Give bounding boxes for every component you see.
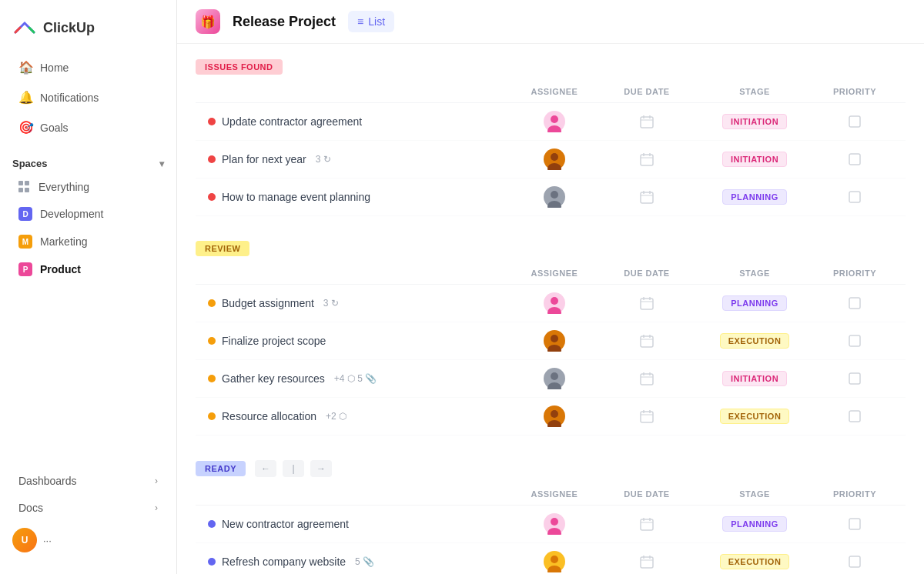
col-priority: PRIORITY	[816, 489, 893, 499]
priority-cell	[816, 296, 893, 310]
review-badge[interactable]: REVIEW	[196, 241, 249, 256]
table-row: Finalize project scope EXECUTION	[196, 322, 906, 360]
svg-rect-27	[641, 299, 653, 309]
section-ctrl-2[interactable]: |	[283, 460, 304, 477]
logo[interactable]: ClickUp	[0, 9, 176, 52]
sidebar-item-goals[interactable]: 🎯 Goals	[6, 113, 170, 142]
chevron-right-icon: ›	[155, 502, 158, 513]
task-label: Update contractor agreement	[222, 115, 362, 128]
collapse-btn[interactable]: ←	[255, 460, 276, 477]
col-assignee: ASSIGNEE	[508, 269, 601, 278]
task-name: Finalize project scope	[208, 335, 508, 347]
goals-icon: 🎯	[18, 120, 32, 135]
docs-label: Docs	[18, 502, 43, 514]
due-date-cell[interactable]	[601, 372, 693, 385]
table-row: Budget assignment 3 ↻ PLANNING	[196, 285, 906, 322]
priority-icon	[848, 517, 862, 531]
task-dot-yellow	[208, 337, 216, 345]
due-date-cell[interactable]	[601, 115, 693, 128]
calendar-icon	[640, 334, 654, 348]
col-priority: PRIORITY	[816, 87, 893, 96]
stage-cell: EXECUTION	[693, 554, 816, 569]
task-name: Refresh company website 5 📎	[208, 556, 508, 568]
priority-icon	[848, 115, 862, 128]
col-duedate: DUE DATE	[601, 87, 693, 96]
due-date-cell[interactable]	[601, 190, 693, 204]
priority-cell	[816, 152, 893, 166]
sidebar-footer: Dashboards › Docs › U ···	[0, 461, 176, 565]
svg-point-65	[551, 556, 558, 563]
due-date-cell[interactable]	[601, 334, 693, 348]
calendar-icon	[640, 296, 654, 310]
table-row: New contractor agreement PLANNING	[196, 506, 906, 543]
sidebar-item-development[interactable]: D Development	[6, 201, 170, 227]
svg-rect-59	[641, 519, 653, 530]
assignee-cell	[508, 330, 601, 352]
svg-point-49	[551, 410, 558, 418]
assignee-cell	[508, 513, 601, 535]
section-ready: READY ← | → ASSIGNEE DUE DATE STAGE PRIO…	[196, 460, 906, 574]
issues-badge[interactable]: ISSUES FOUND	[196, 59, 283, 75]
sidebar-item-dashboards[interactable]: Dashboards ›	[6, 468, 170, 494]
col-duedate: DUE DATE	[601, 489, 693, 499]
avatar	[544, 292, 565, 314]
assignee-cell	[508, 368, 601, 389]
table-header-review: ASSIGNEE DUE DATE STAGE PRIORITY	[196, 262, 906, 285]
avatar	[544, 368, 565, 389]
task-dot-yellow	[208, 412, 216, 420]
col-stage: STAGE	[693, 489, 816, 499]
list-view-tab[interactable]: ≡ List	[348, 11, 394, 32]
svg-rect-23	[849, 192, 860, 202]
stage-cell: INITIATION	[693, 114, 816, 129]
main-content: 🎁 Release Project ≡ List ISSUES FOUND AS…	[177, 0, 924, 574]
stage-cell: EXECUTION	[693, 409, 816, 424]
sidebar-item-everything[interactable]: Everything	[6, 175, 170, 199]
chevron-down-icon[interactable]: ▾	[159, 159, 164, 169]
due-date-cell[interactable]	[601, 296, 693, 310]
task-name: Update contractor agreement	[208, 115, 508, 128]
stage-badge: EXECUTION	[720, 409, 790, 424]
task-extras: +4 ⬡ 5 📎	[334, 373, 377, 384]
assignee-cell	[508, 551, 601, 572]
svg-rect-39	[849, 335, 860, 346]
sidebar-item-notifications[interactable]: 🔔 Notifications	[6, 83, 170, 112]
stage-cell: PLANNING	[693, 295, 816, 311]
task-dot-red	[208, 118, 216, 125]
sidebar-item-home[interactable]: 🏠 Home	[6, 53, 170, 82]
top-bar: 🎁 Release Project ≡ List	[177, 0, 924, 44]
sidebar-item-product[interactable]: P Product	[6, 256, 170, 282]
stage-badge: PLANNING	[722, 189, 786, 205]
user-section[interactable]: U ···	[0, 522, 176, 559]
col-stage: STAGE	[693, 269, 816, 278]
clickup-logo-icon	[12, 15, 37, 40]
stage-badge: PLANNING	[722, 516, 786, 532]
assignee-cell	[508, 186, 601, 208]
table-row: Plan for next year 3 ↻ INITIATION	[196, 141, 906, 179]
sidebar-item-docs[interactable]: Docs ›	[6, 495, 170, 521]
due-date-cell[interactable]	[601, 409, 693, 423]
task-label: Refresh company website	[222, 556, 346, 568]
spaces-label: Spaces	[12, 158, 48, 169]
due-date-cell[interactable]	[601, 517, 693, 531]
priority-icon	[848, 152, 862, 166]
sidebar: ClickUp 🏠 Home 🔔 Notifications 🎯 Goals S…	[0, 0, 177, 574]
svg-rect-43	[641, 374, 653, 385]
ready-badge[interactable]: READY	[196, 461, 246, 476]
avatar	[544, 186, 565, 208]
stage-badge: INITIATION	[722, 114, 787, 129]
calendar-icon	[640, 190, 654, 204]
due-date-cell[interactable]	[601, 152, 693, 166]
section-ctrl-3[interactable]: →	[310, 460, 332, 477]
stage-cell: EXECUTION	[693, 333, 816, 349]
due-date-cell[interactable]	[601, 555, 693, 569]
svg-rect-47	[849, 373, 860, 384]
task-name: Gather key resources +4 ⬡ 5 📎	[208, 372, 508, 385]
dashboards-label: Dashboards	[18, 475, 77, 487]
list-view-label: List	[368, 15, 385, 28]
table-row: Resource allocation +2 ⬡ EXECUTION	[196, 398, 906, 436]
sidebar-item-marketing[interactable]: M Marketing	[6, 229, 170, 255]
calendar-icon	[640, 152, 654, 166]
stage-badge: INITIATION	[722, 371, 787, 386]
calendar-icon	[640, 517, 654, 531]
section-header-issues: ISSUES FOUND	[196, 59, 906, 75]
